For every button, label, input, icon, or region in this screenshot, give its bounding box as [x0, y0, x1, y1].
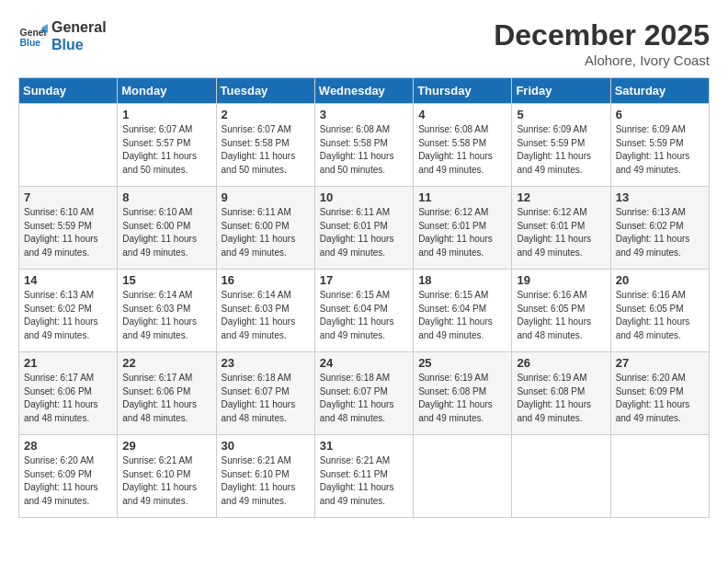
day-number: 31	[320, 439, 408, 453]
cell-detail: Sunrise: 6:09 AMSunset: 5:59 PMDaylight:…	[517, 123, 605, 177]
day-header-sunday: Sunday	[19, 78, 118, 104]
cell-detail: Sunrise: 6:21 AMSunset: 6:10 PMDaylight:…	[222, 454, 310, 508]
calendar-cell: 29 Sunrise: 6:21 AMSunset: 6:10 PMDaylig…	[118, 435, 216, 518]
day-number: 11	[418, 190, 506, 204]
day-number: 19	[517, 273, 605, 287]
calendar-cell: 11 Sunrise: 6:12 AMSunset: 6:01 PMDaylig…	[414, 187, 512, 270]
calendar-cell: 27 Sunrise: 6:20 AMSunset: 6:09 PMDaylig…	[610, 352, 709, 435]
day-header-wednesday: Wednesday	[314, 78, 413, 104]
cell-detail: Sunrise: 6:11 AMSunset: 6:01 PMDaylight:…	[320, 206, 408, 259]
cell-detail: Sunrise: 6:15 AMSunset: 6:04 PMDaylight:…	[418, 289, 506, 342]
calendar-week-3: 14 Sunrise: 6:13 AMSunset: 6:02 PMDaylig…	[19, 270, 710, 352]
cell-detail: Sunrise: 6:18 AMSunset: 6:07 PMDaylight:…	[222, 372, 310, 425]
calendar-cell: 6 Sunrise: 6:09 AMSunset: 5:59 PMDayligh…	[610, 104, 709, 187]
day-number: 2	[222, 108, 310, 121]
cell-detail: Sunrise: 6:07 AMSunset: 5:57 PMDaylight:…	[122, 123, 210, 177]
calendar-cell: 10 Sunrise: 6:11 AMSunset: 6:01 PMDaylig…	[314, 187, 413, 270]
cell-detail: Sunrise: 6:10 AMSunset: 5:59 PMDaylight:…	[24, 206, 112, 259]
day-number: 23	[222, 356, 310, 370]
calendar-cell	[512, 435, 610, 518]
day-header-monday: Monday	[118, 78, 216, 104]
cell-detail: Sunrise: 6:10 AMSunset: 6:00 PMDaylight:…	[122, 206, 210, 259]
calendar-cell: 30 Sunrise: 6:21 AMSunset: 6:10 PMDaylig…	[216, 435, 314, 518]
day-number: 27	[616, 356, 704, 370]
day-number: 4	[418, 108, 506, 121]
calendar-cell: 17 Sunrise: 6:15 AMSunset: 6:04 PMDaylig…	[314, 270, 413, 352]
calendar-cell: 31 Sunrise: 6:21 AMSunset: 6:11 PMDaylig…	[314, 435, 413, 518]
calendar-cell: 5 Sunrise: 6:09 AMSunset: 5:59 PMDayligh…	[512, 104, 610, 187]
day-number: 22	[122, 356, 210, 370]
calendar-week-2: 7 Sunrise: 6:10 AMSunset: 5:59 PMDayligh…	[19, 187, 710, 270]
calendar-cell: 4 Sunrise: 6:08 AMSunset: 5:58 PMDayligh…	[414, 104, 512, 187]
calendar-cell	[414, 435, 512, 518]
logo: General Blue General Blue	[18, 18, 107, 53]
day-number: 10	[320, 190, 408, 204]
calendar-cell: 22 Sunrise: 6:17 AMSunset: 6:06 PMDaylig…	[118, 352, 216, 435]
cell-detail: Sunrise: 6:13 AMSunset: 6:02 PMDaylight:…	[24, 289, 112, 342]
day-number: 18	[418, 273, 506, 287]
day-number: 30	[222, 439, 310, 453]
calendar-cell: 8 Sunrise: 6:10 AMSunset: 6:00 PMDayligh…	[118, 187, 216, 270]
day-header-friday: Friday	[512, 78, 610, 104]
day-number: 7	[24, 190, 112, 204]
cell-detail: Sunrise: 6:20 AMSunset: 6:09 PMDaylight:…	[24, 454, 112, 508]
calendar-cell: 25 Sunrise: 6:19 AMSunset: 6:08 PMDaylig…	[414, 352, 512, 435]
day-number: 16	[222, 273, 310, 287]
calendar-week-1: 1 Sunrise: 6:07 AMSunset: 5:57 PMDayligh…	[19, 104, 710, 187]
calendar-week-5: 28 Sunrise: 6:20 AMSunset: 6:09 PMDaylig…	[19, 435, 710, 518]
cell-detail: Sunrise: 6:20 AMSunset: 6:09 PMDaylight:…	[616, 372, 704, 425]
calendar-cell: 14 Sunrise: 6:13 AMSunset: 6:02 PMDaylig…	[19, 270, 118, 352]
day-number: 17	[320, 273, 408, 287]
cell-detail: Sunrise: 6:09 AMSunset: 5:59 PMDaylight:…	[616, 123, 704, 177]
day-number: 25	[418, 356, 506, 370]
day-number: 9	[222, 190, 310, 204]
cell-detail: Sunrise: 6:16 AMSunset: 6:05 PMDaylight:…	[517, 289, 605, 342]
cell-detail: Sunrise: 6:17 AMSunset: 6:06 PMDaylight:…	[24, 372, 112, 425]
day-number: 1	[122, 108, 210, 121]
cell-detail: Sunrise: 6:14 AMSunset: 6:03 PMDaylight:…	[222, 289, 310, 342]
calendar-week-4: 21 Sunrise: 6:17 AMSunset: 6:06 PMDaylig…	[19, 352, 710, 435]
calendar-header-row: SundayMondayTuesdayWednesdayThursdayFrid…	[19, 78, 710, 104]
cell-detail: Sunrise: 6:21 AMSunset: 6:10 PMDaylight:…	[122, 454, 210, 508]
cell-detail: Sunrise: 6:08 AMSunset: 5:58 PMDaylight:…	[320, 123, 408, 177]
calendar-cell	[19, 104, 118, 187]
cell-detail: Sunrise: 6:18 AMSunset: 6:07 PMDaylight:…	[320, 372, 408, 425]
cell-detail: Sunrise: 6:14 AMSunset: 6:03 PMDaylight:…	[122, 289, 210, 342]
calendar-cell: 2 Sunrise: 6:07 AMSunset: 5:58 PMDayligh…	[216, 104, 314, 187]
svg-text:Blue: Blue	[20, 38, 41, 48]
day-number: 15	[122, 273, 210, 287]
day-number: 21	[24, 356, 112, 370]
logo-blue: Blue	[51, 36, 107, 53]
calendar-cell: 26 Sunrise: 6:19 AMSunset: 6:08 PMDaylig…	[512, 352, 610, 435]
cell-detail: Sunrise: 6:19 AMSunset: 6:08 PMDaylight:…	[418, 372, 506, 425]
calendar-cell: 23 Sunrise: 6:18 AMSunset: 6:07 PMDaylig…	[216, 352, 314, 435]
calendar-cell	[610, 435, 709, 518]
calendar-cell: 3 Sunrise: 6:08 AMSunset: 5:58 PMDayligh…	[314, 104, 413, 187]
cell-detail: Sunrise: 6:15 AMSunset: 6:04 PMDaylight:…	[320, 289, 408, 342]
cell-detail: Sunrise: 6:16 AMSunset: 6:05 PMDaylight:…	[616, 289, 704, 342]
day-header-tuesday: Tuesday	[216, 78, 314, 104]
cell-detail: Sunrise: 6:07 AMSunset: 5:58 PMDaylight:…	[222, 123, 310, 177]
day-number: 13	[616, 190, 704, 204]
calendar-cell: 28 Sunrise: 6:20 AMSunset: 6:09 PMDaylig…	[19, 435, 118, 518]
calendar-cell: 16 Sunrise: 6:14 AMSunset: 6:03 PMDaylig…	[216, 270, 314, 352]
day-header-saturday: Saturday	[610, 78, 709, 104]
calendar-cell: 1 Sunrise: 6:07 AMSunset: 5:57 PMDayligh…	[118, 104, 216, 187]
cell-detail: Sunrise: 6:11 AMSunset: 6:00 PMDaylight:…	[222, 206, 310, 259]
page-header: General Blue General Blue December 2025 …	[18, 18, 710, 68]
calendar-cell: 20 Sunrise: 6:16 AMSunset: 6:05 PMDaylig…	[610, 270, 709, 352]
day-number: 20	[616, 273, 704, 287]
day-number: 29	[122, 439, 210, 453]
day-number: 14	[24, 273, 112, 287]
day-header-thursday: Thursday	[414, 78, 512, 104]
day-number: 5	[517, 108, 605, 121]
cell-detail: Sunrise: 6:17 AMSunset: 6:06 PMDaylight:…	[122, 372, 210, 425]
calendar-cell: 7 Sunrise: 6:10 AMSunset: 5:59 PMDayligh…	[19, 187, 118, 270]
cell-detail: Sunrise: 6:12 AMSunset: 6:01 PMDaylight:…	[517, 206, 605, 259]
calendar-cell: 9 Sunrise: 6:11 AMSunset: 6:00 PMDayligh…	[216, 187, 314, 270]
month-title: December 2025	[494, 18, 710, 52]
cell-detail: Sunrise: 6:12 AMSunset: 6:01 PMDaylight:…	[418, 206, 506, 259]
cell-detail: Sunrise: 6:21 AMSunset: 6:11 PMDaylight:…	[320, 454, 408, 508]
cell-detail: Sunrise: 6:13 AMSunset: 6:02 PMDaylight:…	[616, 206, 704, 259]
cell-detail: Sunrise: 6:08 AMSunset: 5:58 PMDaylight:…	[418, 123, 506, 177]
